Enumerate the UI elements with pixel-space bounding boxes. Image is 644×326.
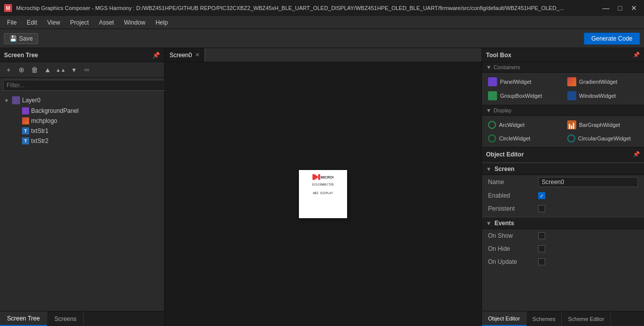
- tab-screen-tree[interactable]: Screen Tree: [0, 311, 47, 326]
- tree-item-layer0[interactable]: ▼ Layer0: [0, 95, 164, 106]
- toolbox-collapse-icon[interactable]: 📌: [633, 52, 640, 58]
- crosshair-button[interactable]: ⊕: [16, 64, 27, 75]
- gradient-widget-item[interactable]: GradientWidget: [564, 76, 641, 88]
- on-update-label: On Update: [488, 258, 538, 265]
- on-show-label: On Show: [488, 232, 538, 239]
- tree-item-backgroundpanel[interactable]: BackgroundPanel: [0, 106, 164, 116]
- toolbox-title: Tool Box: [486, 52, 511, 59]
- toolbox-section: Tool Box 📌 ▼ Containers PanelWidget Grad…: [482, 48, 644, 147]
- add-item-button[interactable]: +: [3, 64, 14, 75]
- persistent-label: Persistent: [488, 205, 538, 212]
- screen-tree-toolbar: + ⊕ 🗑 ▲ ▲▲ ▾ ▿▿: [0, 62, 164, 78]
- generate-code-button[interactable]: Generate Code: [584, 33, 640, 45]
- menu-project[interactable]: Project: [65, 16, 94, 29]
- containers-expand-icon: ▼: [486, 64, 492, 70]
- panel-widget-label: PanelWidget: [500, 79, 531, 85]
- name-row: Name: [482, 175, 644, 189]
- toolbar: 💾 Save Generate Code: [0, 29, 644, 48]
- on-show-row: On Show: [482, 229, 644, 242]
- object-editor-pin[interactable]: 📌: [633, 151, 640, 157]
- mchplogo-label: mchplogo: [31, 117, 57, 124]
- containers-grid: PanelWidget GradientWidget GroupBoxWidge…: [482, 73, 644, 105]
- canvas-viewport[interactable]: MICROCHIP DISCONNECTED WBZ DISPLAY: [165, 62, 481, 326]
- panel-widget-icon: [488, 77, 497, 86]
- filter-input[interactable]: [3, 80, 167, 91]
- display-header[interactable]: ▼ Display: [482, 105, 644, 116]
- tree-item-mchplogo[interactable]: mchplogo: [0, 116, 164, 126]
- txtstr1-label: txtStr1: [31, 127, 49, 134]
- layer-icon: [12, 96, 20, 104]
- menu-view[interactable]: View: [42, 16, 65, 29]
- canvas-area: Screen0 ✕ MICROCHIP DISCONNECTED: [165, 48, 481, 326]
- canvas-tab-screen0[interactable]: Screen0 ✕: [165, 48, 205, 62]
- display-label: Display: [494, 107, 512, 113]
- tab-screens[interactable]: Screens: [47, 311, 84, 326]
- save-icon: 💾: [10, 35, 17, 42]
- window-widget-label: WindowWidget: [579, 93, 616, 99]
- window-widget-item[interactable]: WindowWidget: [564, 90, 641, 102]
- menu-edit[interactable]: Edit: [22, 16, 42, 29]
- right-panel: Tool Box 📌 ▼ Containers PanelWidget Grad…: [481, 48, 644, 326]
- on-update-row: On Update: [482, 255, 644, 268]
- enabled-checkbox[interactable]: [538, 192, 545, 199]
- delete-button[interactable]: 🗑: [29, 64, 40, 75]
- microchip-logo-preview: MICROCHIP: [312, 173, 334, 183]
- on-update-checkbox[interactable]: [538, 258, 545, 265]
- maximize-button[interactable]: □: [614, 3, 626, 13]
- title-bar-text: Microchip Graphics Composer - MGS Harmon…: [16, 5, 596, 11]
- on-hide-row: On Hide: [482, 242, 644, 255]
- menu-help[interactable]: Help: [150, 16, 173, 29]
- screen-tree-title: Screen Tree: [4, 52, 38, 59]
- containers-header[interactable]: ▼ Containers: [482, 62, 644, 73]
- tab-object-editor[interactable]: Object Editor: [482, 311, 527, 326]
- move-bottom-button[interactable]: ▿▿: [81, 64, 92, 75]
- screen-section-collapse-icon: ▼: [486, 166, 492, 172]
- bargraph-widget-label: BarGraphWidget: [579, 122, 620, 128]
- screen-section-header[interactable]: ▼ Screen: [482, 164, 644, 175]
- arc-widget-item[interactable]: ArcWidget: [485, 119, 562, 131]
- on-hide-label: On Hide: [488, 245, 538, 252]
- menu-file[interactable]: File: [2, 16, 22, 29]
- svg-rect-2: [312, 174, 314, 180]
- move-up-button[interactable]: ▲: [42, 64, 53, 75]
- tab-schemes[interactable]: Schemes: [527, 311, 562, 326]
- canvas-tab-close[interactable]: ✕: [195, 52, 200, 58]
- on-hide-checkbox[interactable]: [538, 245, 545, 252]
- close-button[interactable]: ✕: [628, 3, 640, 13]
- svg-text:M: M: [6, 6, 10, 11]
- tab-scheme-editor[interactable]: Scheme Editor: [562, 311, 610, 326]
- panel-widget-item[interactable]: PanelWidget: [485, 76, 562, 88]
- circle-widget-icon: [488, 134, 496, 142]
- groupbox-widget-item[interactable]: GroupBoxWidget: [485, 90, 562, 102]
- events-section-header[interactable]: ▼ Events: [482, 218, 644, 229]
- name-input[interactable]: [538, 177, 638, 187]
- menu-window[interactable]: Window: [119, 16, 150, 29]
- move-down-button[interactable]: ▾: [68, 64, 79, 75]
- tree-item-txtstr2[interactable]: T txtStr2: [0, 136, 164, 146]
- right-bottom-tabs: Object Editor Schemes Scheme Editor: [482, 311, 644, 326]
- menu-bar: File Edit View Project Asset Window Help: [0, 16, 644, 29]
- main-area: Screen Tree 📌 + ⊕ 🗑 ▲ ▲▲ ▾ ▿▿ ▼ Layer0: [0, 48, 644, 326]
- svg-marker-3: [314, 174, 318, 180]
- minimize-button[interactable]: —: [600, 3, 612, 13]
- screen-section-label: Screen: [495, 166, 515, 173]
- persistent-checkbox[interactable]: [538, 205, 545, 212]
- bargraph-widget-item[interactable]: BarGraphWidget: [564, 119, 641, 131]
- events-section-label: Events: [495, 220, 514, 227]
- circle-widget-item[interactable]: CircleWidget: [485, 133, 562, 144]
- title-bar-controls: — □ ✕: [600, 3, 640, 13]
- save-button[interactable]: 💾 Save: [4, 33, 38, 44]
- text-icon-1: T: [22, 127, 29, 134]
- name-label: Name: [488, 179, 538, 186]
- bargraph-widget-icon: [567, 120, 576, 129]
- object-editor-content: ▼ Screen Name Enabled Persistent: [482, 161, 644, 311]
- move-top-button[interactable]: ▲▲: [55, 64, 66, 75]
- title-bar: M Microchip Graphics Composer - MGS Harm…: [0, 0, 644, 16]
- on-show-checkbox[interactable]: [538, 232, 545, 239]
- tree-area: ▼ Layer0 BackgroundPanel mchplogo T txtS…: [0, 93, 164, 311]
- circulargauge-widget-item[interactable]: CircularGaugeWidget: [564, 133, 641, 144]
- divider-1: [482, 216, 644, 217]
- tree-item-txtstr1[interactable]: T txtStr1: [0, 126, 164, 136]
- persistent-row: Persistent: [482, 202, 644, 215]
- menu-asset[interactable]: Asset: [94, 16, 119, 29]
